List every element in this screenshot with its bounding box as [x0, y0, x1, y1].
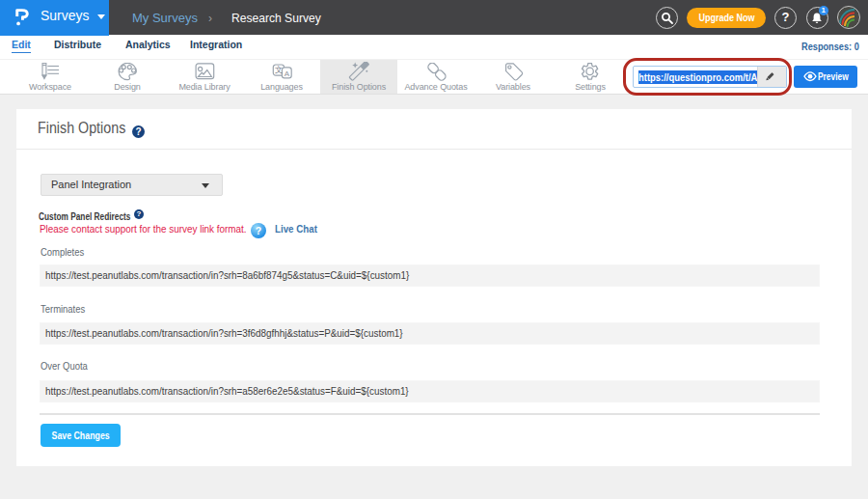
svg-text:A: A [285, 69, 290, 78]
svg-text:文: 文 [275, 65, 284, 74]
